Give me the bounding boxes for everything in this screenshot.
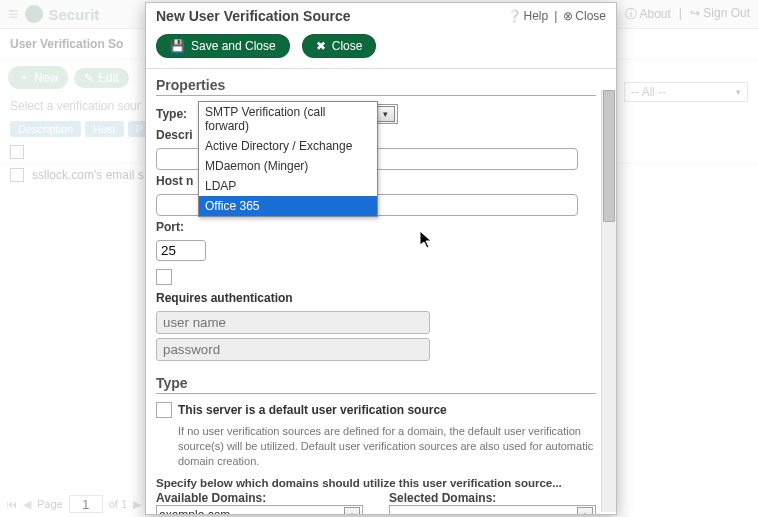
specify-note: Specify below which domains should utili… [156,477,596,489]
type-heading: Type [156,375,596,394]
modal-body: Properties Type: SMTP Verification (call… [146,68,616,514]
selected-domains-label: Selected Domains: [389,491,596,505]
type-option-ldap[interactable]: LDAP [199,176,377,196]
close-icon: ⊗ [563,9,573,23]
password-input [156,338,430,361]
app-root: ≡ Securit ⓘ About | ↪ Sign Out User Veri… [0,0,758,517]
port-input[interactable] [156,240,206,261]
close-circle-icon: ✖ [316,39,326,53]
username-input [156,311,430,334]
modal-header-actions: ❔Help | ⊗Close [507,9,607,23]
hostname-label: Host n [156,174,193,188]
close-link[interactable]: ⊗Close [563,9,606,23]
modal-scrollbar-thumb[interactable] [603,90,615,222]
default-source-checkbox[interactable] [156,402,172,418]
type-option-ad[interactable]: Active Directory / Exchange [199,136,377,156]
type-option-mdaemon[interactable]: MDaemon (Minger) [199,156,377,176]
chevron-down-icon: ▾ [377,106,395,122]
help-icon: ❔ [507,9,522,23]
type-label: Type: [156,107,196,121]
modal-header: New User Verification Source ❔Help | ⊗Cl… [146,3,616,28]
available-domains-label: Available Domains: [156,491,363,505]
scroll-up-icon[interactable]: ▴ [577,507,593,514]
scroll-up-icon[interactable]: ▴ [344,507,360,514]
requires-auth-label: Requires authentication [156,291,596,305]
modal-scrollbar[interactable] [601,90,616,512]
default-source-label: This server is a default user verificati… [178,403,447,417]
type-dropdown: SMTP Verification (call forward) Active … [198,101,378,217]
description-label: Descri [156,128,193,142]
requires-auth-checkbox[interactable] [156,269,172,285]
default-source-note: If no user verification sources are defi… [178,424,596,469]
available-domains-list[interactable]: example.com ▴ [156,505,363,514]
close-button[interactable]: ✖ Close [302,34,377,58]
available-domain-item[interactable]: example.com [159,508,230,514]
type-option-smtp[interactable]: SMTP Verification (call forward) [199,102,377,136]
modal-toolbar: 💾 Save and Close ✖ Close [146,28,616,68]
selected-domains-list[interactable]: ▴ [389,505,596,514]
port-label: Port: [156,220,184,234]
modal-title: New User Verification Source [156,8,351,24]
new-user-verification-modal: New User Verification Source ❔Help | ⊗Cl… [145,2,617,515]
save-and-close-button[interactable]: 💾 Save and Close [156,34,290,58]
domains-columns: Available Domains: example.com ▴ Selecte… [156,491,596,514]
save-icon: 💾 [170,39,185,53]
help-link[interactable]: ❔Help [507,9,549,23]
type-option-office365[interactable]: Office 365 [199,196,377,216]
port-row: Port: [156,220,596,261]
properties-heading: Properties [156,77,596,96]
